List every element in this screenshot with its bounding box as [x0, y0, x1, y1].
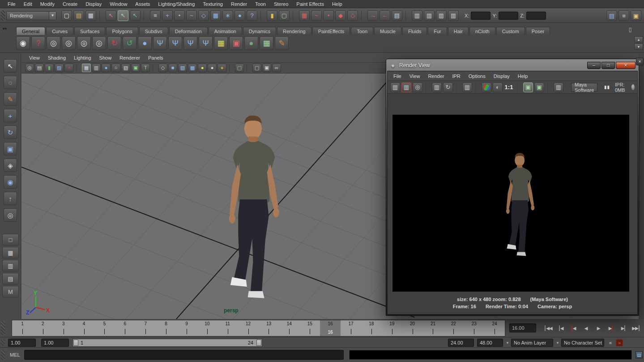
viewport-menu-show[interactable]: Show — [95, 55, 116, 61]
render-view-menu-file[interactable]: File — [389, 73, 405, 79]
open-render-view-icon[interactable]: ▥ — [412, 10, 422, 21]
wireframe-icon[interactable]: ◇ — [158, 64, 167, 72]
camera-track-icon[interactable]: ◎ — [47, 36, 60, 50]
timeline-frame-19[interactable]: 19 — [382, 320, 402, 336]
timeline-frame-1[interactable]: 1 — [12, 320, 33, 336]
channel-box-icon[interactable]: ▣ — [631, 10, 641, 21]
camera-select-icon[interactable]: ◎ — [25, 64, 34, 72]
layout-single-pane-icon[interactable]: □ — [2, 234, 19, 246]
main-menu-help[interactable]: Help — [328, 1, 346, 7]
panel-close-button[interactable]: × — [636, 58, 644, 65]
timeline-frame-13[interactable]: 13 — [259, 320, 279, 336]
main-menu-paint-effects[interactable]: Paint Effects — [292, 1, 328, 7]
delete-history-icon[interactable]: ● — [138, 36, 152, 50]
smooth-shade-icon[interactable]: ■ — [168, 64, 177, 72]
attribute-editor-icon[interactable]: ▤ — [606, 10, 617, 21]
dag-hierarchy-icon-4[interactable]: Ψ — [199, 36, 213, 50]
construction-history-icon[interactable]: ▤ — [392, 10, 402, 21]
anim-layer-dropdown[interactable]: No Anim Layer — [511, 339, 553, 347]
shelf-tab-fur[interactable]: Fur — [428, 27, 447, 35]
shelf-menu-icon[interactable]: ▾▾ — [3, 26, 13, 31]
trash-icon[interactable]: ▯ — [626, 26, 634, 34]
step-forward-frame-button[interactable]: ▶ — [618, 323, 629, 333]
shelf-tab-polygons[interactable]: Polygons — [106, 27, 138, 35]
timeline-frame-23[interactable]: 23 — [464, 320, 484, 336]
grid-toggle-icon[interactable]: ▦ — [82, 64, 91, 72]
shelf-tab-ncloth[interactable]: nCloth — [469, 27, 495, 35]
timeline-frame-7[interactable]: 7 — [135, 320, 156, 336]
rv-exposure-icon[interactable]: ▣ — [523, 82, 533, 92]
pan-zoom-icon[interactable]: + — [64, 64, 73, 72]
dag-hierarchy-icon-2[interactable]: Ψ — [168, 36, 182, 50]
poly-cube-group-icon[interactable]: ▦ — [260, 36, 273, 50]
xray-icon[interactable]: ▣ — [262, 64, 271, 72]
playblast-icon[interactable]: ◉ — [16, 36, 30, 50]
shelf-tab-fluids[interactable]: Fluids — [402, 27, 427, 35]
timeline-frame-21[interactable]: 21 — [423, 320, 444, 336]
main-menu-assets[interactable]: Assets — [131, 1, 154, 7]
timeline-frame-20[interactable]: 20 — [402, 320, 423, 336]
shelf-scroll-up-icon[interactable]: ▲ — [634, 36, 643, 43]
duplicate-object-icon[interactable]: ▣ — [229, 36, 243, 50]
chevron-down-icon[interactable]: ▼ — [49, 12, 56, 20]
rv-render-region-icon[interactable]: ▥ — [401, 82, 411, 92]
main-menu-edit[interactable]: Edit — [20, 1, 36, 7]
select-object-icon[interactable]: ↖ — [118, 10, 128, 21]
new-scene-icon[interactable]: ▢ — [61, 10, 72, 21]
rotate-tool-icon[interactable]: ↻ — [4, 125, 17, 139]
output-connections-icon[interactable]: ← — [380, 10, 390, 21]
universal-manipulator-icon[interactable]: ◈ — [4, 159, 17, 172]
camera-tumble-icon[interactable]: ◎ — [77, 36, 91, 50]
isolate-select-icon[interactable]: ▢ — [252, 64, 261, 72]
shelf-tab-subdivs[interactable]: Subdivs — [139, 27, 168, 35]
select-tool-icon[interactable]: ↖ — [4, 59, 17, 73]
viewport-menu-renderer[interactable]: Renderer — [115, 55, 144, 61]
coord-y-input[interactable] — [499, 12, 518, 20]
close-button[interactable]: × — [616, 62, 635, 69]
textured-icon[interactable]: ▧ — [178, 64, 187, 72]
dag-hierarchy-icon-3[interactable]: Ψ — [183, 36, 197, 50]
use-all-lights-icon[interactable]: ▩ — [188, 64, 197, 72]
viewport-menu-panels[interactable]: Panels — [144, 55, 167, 61]
shelf-tab-muscle[interactable]: Muscle — [374, 27, 401, 35]
mask-curves-icon[interactable]: ~ — [186, 10, 197, 21]
status-line-grip[interactable] — [1, 10, 5, 21]
mask-points-icon[interactable]: • — [174, 10, 185, 21]
timeline-frame-6[interactable]: 6 — [115, 320, 135, 336]
render-view-menu-view[interactable]: View — [405, 73, 424, 79]
light-bulb-gold-icon[interactable]: ● — [218, 64, 226, 72]
camera-attributes-icon[interactable]: ▤ — [35, 64, 44, 72]
character-mesh[interactable] — [229, 116, 280, 298]
render-view-menu-display[interactable]: Display — [490, 73, 514, 79]
paint-effects-brush-icon[interactable]: ✎ — [275, 36, 289, 50]
auto-keyframe-icon[interactable]: ∝ — [616, 339, 623, 346]
timeline-frame-9[interactable]: 9 — [176, 320, 197, 336]
last-tool-icon[interactable]: ◎ — [4, 208, 17, 222]
resolution-gate-icon[interactable]: ● — [102, 64, 111, 72]
rv-render-icon[interactable]: ▥ — [390, 82, 400, 92]
minimize-button[interactable]: – — [587, 62, 601, 69]
mask-dynamics-icon[interactable]: ∗ — [222, 10, 233, 21]
show-manipulator-icon[interactable]: ↑ — [4, 192, 17, 205]
mask-surfaces-icon[interactable]: ◇ — [198, 10, 209, 21]
shelf-scroll-down-icon[interactable]: ▼ — [634, 43, 643, 50]
chevron-down-icon[interactable]: ▼ — [556, 341, 559, 345]
shelf-tab-animation[interactable]: Animation — [209, 27, 242, 35]
timeline-frame-24[interactable]: 24 — [484, 320, 505, 336]
main-menu-create[interactable]: Create — [59, 1, 81, 7]
render-settings-icon[interactable]: ▥ — [448, 10, 459, 21]
snap-grids-icon[interactable]: ▦ — [299, 10, 310, 21]
range-slider-grip[interactable] — [1, 340, 5, 345]
film-gate-icon[interactable]: ▥ — [92, 64, 101, 72]
rv-ipr-render-icon[interactable]: ▥ — [432, 82, 442, 92]
shelf-tab-surfaces[interactable]: Surfaces — [74, 27, 105, 35]
play-backwards-button[interactable]: ◀ — [580, 323, 592, 333]
rv-render-settings-icon[interactable]: ▥ — [462, 82, 472, 92]
light-bulb-yellow-icon[interactable]: ● — [198, 64, 207, 72]
range-end-handle[interactable] — [256, 340, 261, 346]
character-set-dropdown[interactable]: No Character Set — [561, 339, 604, 347]
animation-start-input[interactable] — [8, 339, 36, 347]
time-slider-grip[interactable] — [1, 321, 5, 335]
lasso-tool-icon[interactable]: ◌ — [4, 76, 17, 89]
playback-start-input[interactable] — [41, 339, 69, 347]
